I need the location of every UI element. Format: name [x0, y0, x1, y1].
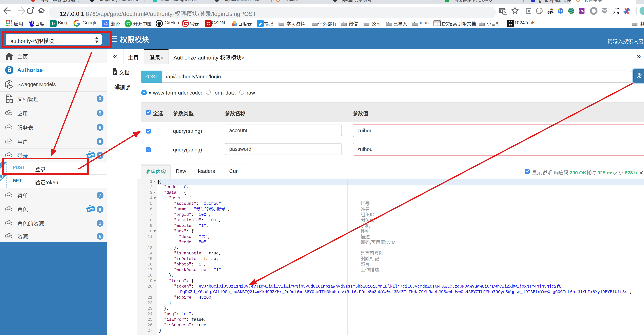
svg-text:RP: RP	[579, 9, 585, 13]
svg-text:{..}: {..}	[538, 9, 541, 13]
svg-text:C: C	[126, 21, 130, 26]
svg-text:b: b	[52, 21, 55, 26]
svg-text:24: 24	[509, 24, 512, 27]
svg-text:英: 英	[550, 8, 553, 12]
svg-text:C: C	[206, 21, 210, 26]
svg-text:A: A	[504, 10, 506, 14]
svg-text:译: 译	[103, 21, 108, 26]
svg-text:Zip: Zip	[613, 11, 619, 15]
